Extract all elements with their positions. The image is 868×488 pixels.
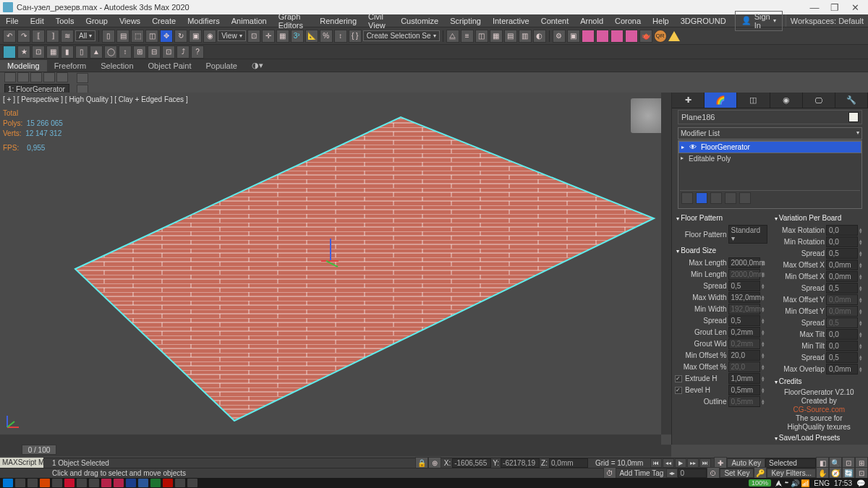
app-icon-9[interactable]: [138, 479, 148, 487]
menu-tools[interactable]: Tools: [50, 17, 80, 25]
spread1-field[interactable]: 0,5: [728, 281, 760, 291]
object-color-swatch[interactable]: [848, 112, 859, 122]
bevel-field[interactable]: 0,5mm: [728, 385, 760, 395]
max-length-field[interactable]: 2000,0mm: [728, 257, 760, 268]
viewport[interactable]: [ + ] [ Perspective ] [ High Quality ] […: [0, 93, 671, 445]
app-icon-3[interactable]: [64, 479, 75, 487]
render-button[interactable]: 🫖: [639, 30, 652, 43]
setkey-button[interactable]: Set Key: [720, 468, 754, 478]
app-icon-7[interactable]: [114, 479, 124, 487]
rb1[interactable]: [4, 72, 16, 82]
coord-y[interactable]: -62178,19: [501, 458, 540, 468]
menu-create[interactable]: Create: [146, 17, 182, 25]
sproy-field[interactable]: 0,5: [826, 317, 858, 328]
mirror-button[interactable]: ⧋: [446, 30, 459, 43]
max-offset-field[interactable]: 20,0: [728, 361, 760, 372]
selection-filter[interactable]: All▾: [75, 30, 95, 41]
menu-scripting[interactable]: Scripting: [444, 17, 487, 25]
stack-floorgenerator[interactable]: 👁FloorGenerator: [678, 141, 861, 153]
tab-selection[interactable]: Selection: [93, 60, 140, 72]
app-icon-10[interactable]: [150, 479, 161, 487]
app-icon-2[interactable]: [52, 479, 62, 487]
play-button[interactable]: ▶: [675, 458, 686, 468]
corona-button-1[interactable]: [582, 30, 595, 43]
placement-button[interactable]: ◉: [203, 30, 216, 43]
taskview-icon[interactable]: [27, 479, 38, 487]
menu-3dground[interactable]: 3DGROUND: [675, 17, 732, 25]
minoy-field[interactable]: 0,0mm: [826, 306, 858, 317]
extrude-checkbox[interactable]: [675, 375, 682, 382]
floor-plane[interactable]: [3, 110, 668, 428]
extrude-field[interactable]: 1,0mm: [728, 373, 760, 384]
curve-editor-button[interactable]: ▤: [504, 30, 517, 43]
corona-button-3[interactable]: [610, 30, 624, 43]
window-crossing-button[interactable]: ◫: [145, 30, 158, 43]
clock[interactable]: 17:53: [834, 479, 852, 487]
rb4[interactable]: [43, 72, 55, 82]
app-icon-6[interactable]: [101, 479, 111, 487]
floor-pattern-select[interactable]: Standard ▾: [728, 225, 767, 244]
search-icon[interactable]: [15, 479, 25, 487]
sub-tool-9[interactable]: ↕: [119, 46, 132, 59]
maxoverlap-field[interactable]: 0,0mm: [826, 364, 858, 374]
maxtilt-field[interactable]: 0,0: [826, 329, 858, 340]
rect-region-button[interactable]: ⬚: [131, 30, 144, 43]
3dground-button[interactable]: QR: [654, 30, 667, 43]
cgsource-link[interactable]: CG-Source.com: [793, 406, 845, 414]
object-name-field[interactable]: Plane186: [678, 110, 862, 124]
stack-unique-icon[interactable]: [710, 192, 722, 204]
modifier-stack[interactable]: 👁FloorGenerator Editable Poly: [678, 140, 862, 209]
tab-populate[interactable]: Populate: [198, 60, 244, 72]
link-button[interactable]: ⟦: [32, 30, 45, 43]
rollout-boardsize[interactable]: Board Size: [675, 244, 767, 257]
rollout-presets[interactable]: Save/Load Presets: [773, 432, 866, 444]
rb3[interactable]: [30, 72, 42, 82]
workspace-selector[interactable]: Workspaces: Default: [786, 14, 868, 27]
outline-field[interactable]: 0,5mm: [728, 396, 760, 407]
bevel-checkbox[interactable]: [675, 387, 682, 394]
spinner-snap-button[interactable]: ↕: [334, 30, 347, 43]
mintilt-field[interactable]: 0,0: [826, 341, 858, 351]
tab-modeling[interactable]: Modeling: [0, 60, 47, 72]
schematic-button[interactable]: ▥: [519, 30, 532, 43]
grout-wid-field[interactable]: 0,2mm: [728, 338, 760, 349]
sub-tool-7[interactable]: ▲: [90, 46, 103, 59]
battery-indicator[interactable]: 100%: [749, 479, 771, 487]
rb2[interactable]: [17, 72, 29, 82]
goto-start-button[interactable]: ⏮: [650, 458, 662, 468]
sub-tool-11[interactable]: ⊟: [148, 46, 161, 59]
tray-icons[interactable]: ⮝ ☁ 🔊 📶: [775, 479, 809, 487]
app-icon-5[interactable]: [89, 479, 99, 487]
menu-views[interactable]: Views: [114, 17, 146, 25]
keyfilter-select[interactable]: Selected: [765, 458, 816, 468]
redo-button[interactable]: ↷: [17, 30, 30, 43]
tab-utilities-icon[interactable]: 🔧: [835, 93, 868, 108]
menu-modifiers[interactable]: Modifiers: [182, 17, 226, 25]
viewport-label[interactable]: [ + ] [ Perspective ] [ High Quality ] […: [3, 95, 188, 103]
sub-tool-8[interactable]: ◯: [104, 46, 117, 59]
prev-frame-button[interactable]: ◂◂: [663, 458, 674, 468]
minox-field[interactable]: 0,0mm: [826, 271, 858, 282]
time-slider[interactable]: 0 / 100: [0, 445, 671, 456]
ribbon-toggle-icon[interactable]: ◑▾: [244, 59, 271, 72]
menu-interactive[interactable]: Interactive: [487, 17, 535, 25]
tab-objectpaint[interactable]: Object Paint: [141, 60, 199, 72]
scale-button[interactable]: ▣: [189, 30, 202, 43]
app-icon-12[interactable]: [175, 479, 185, 487]
menu-rendering[interactable]: Rendering: [314, 17, 362, 25]
menu-corona[interactable]: Corona: [609, 17, 647, 25]
menu-group[interactable]: Group: [80, 17, 114, 25]
app-icon-13[interactable]: [187, 479, 197, 487]
stack-pin-icon[interactable]: [681, 192, 693, 204]
ref-coord-system[interactable]: View▾: [218, 30, 246, 41]
time-slider-thumb[interactable]: 0 / 100: [22, 445, 56, 455]
move-button[interactable]: ✥: [160, 30, 173, 43]
menu-arnold[interactable]: Arnold: [574, 17, 609, 25]
notifications-icon[interactable]: 💬: [856, 479, 865, 487]
keyfilters-button[interactable]: Key Filters...: [767, 468, 816, 478]
lang-indicator[interactable]: ENG: [814, 479, 830, 487]
max-rot-field[interactable]: 0,0: [826, 225, 858, 236]
warning-icon[interactable]: [668, 31, 680, 41]
sub-tool-10[interactable]: ⊞: [133, 46, 146, 59]
add-time-tag[interactable]: Add Time Tag: [616, 469, 666, 477]
